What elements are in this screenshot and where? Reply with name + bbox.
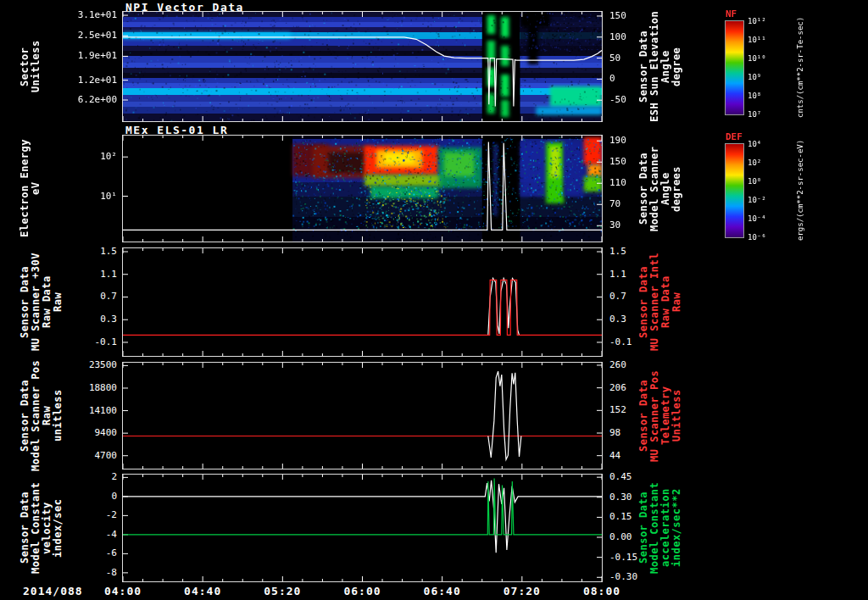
y2-tick-label: -0.1: [609, 337, 632, 347]
axis-title-line: Sector: [19, 12, 30, 121]
y2-tick-label: 0.15: [609, 512, 632, 522]
axis-title-line: Model Scanner Pos: [30, 363, 41, 469]
axis-title-line: unitless: [52, 363, 63, 469]
axis-title-line: Raw: [670, 248, 682, 356]
npi-right-axis-title: Sensor DataESH Sun ElevationAngledegree: [637, 12, 682, 121]
y-tick-label: -0.1: [95, 337, 118, 347]
y-tick-label: 2.5e+01: [78, 31, 117, 41]
colorbar-tick-label: 10¹¹: [748, 36, 766, 44]
y2-tick-label: 50: [609, 53, 620, 64]
colorbar-nf-units: cnts/(cm**2-sr-Te-sec): [796, 17, 804, 117]
y-tick-label: 1.9e+01: [78, 51, 117, 61]
axis-title-line: eV: [30, 136, 41, 242]
y-tick-label: 1.5: [100, 247, 117, 257]
y2-tick-label: 30: [609, 220, 620, 231]
colorbar-tick-label: 10⁷: [748, 110, 761, 119]
els-overlay-plot: [123, 136, 602, 242]
y2-tick-label: 0: [609, 74, 615, 84]
colorbar-tick-label: 10⁻⁴: [748, 214, 766, 223]
axis-title-line: Electron Energy: [19, 136, 30, 242]
npi-left-axis-ticks: 3.1e+012.5e+011.9e+011.2e+016.2e+00: [47, 12, 120, 121]
colorbar-nf-gradient: [726, 21, 743, 114]
axis-title-line: Sensor Data: [637, 363, 648, 469]
colorbar-tick-label: 10⁸: [748, 92, 761, 100]
y2-tick-label: 0.7: [609, 292, 626, 302]
y-tick-label: -6: [106, 548, 117, 558]
y-tick-label: 18800: [89, 383, 117, 393]
axis-title-line: Model Scanner: [648, 136, 659, 242]
y-tick-label: 0: [111, 492, 117, 502]
axis-title-line: MU Scanner Pos: [648, 363, 659, 469]
panel-title-mex-els: MEx ELS-01 LR: [125, 124, 228, 136]
y2-tick-label: -0.30: [609, 572, 637, 582]
scanner-pos-right-axis-title: Sensor DataMU Scanner PosTelemetryUnitle…: [637, 363, 682, 469]
colorbar-def-gradient: [726, 144, 743, 237]
axis-title-line: Model Constant: [648, 475, 659, 581]
esh-sun-elevation-line: [123, 37, 602, 107]
spectrogram-panel-npi: [123, 12, 602, 121]
mu-scanner-pos-telemetry-line: [488, 371, 521, 459]
axis-title-line: Sensor Data: [19, 475, 30, 581]
mu-scanner-plot: [123, 248, 602, 356]
colorbar-tick-label: 10⁻²: [748, 196, 766, 204]
model-constant-velocity-line: [123, 481, 602, 553]
y2-tick-label: 0.00: [609, 532, 632, 542]
axis-title-line: Raw: [52, 248, 63, 356]
y2-tick-label: 0.30: [609, 492, 632, 503]
axis-title-line: MU Scanner +30V: [30, 248, 41, 356]
axis-title-line: Raw Data: [659, 248, 670, 356]
spectrogram-panel-els: [123, 136, 602, 242]
axis-title-line: Angle: [659, 12, 670, 121]
model-constant-acceleration-line: [123, 479, 602, 535]
y2-tick-label: 150: [609, 157, 626, 167]
colorbar-nf-ticks: 10¹²10¹¹10¹⁰10⁹10⁸10⁷: [748, 21, 787, 114]
axis-title-line: Sensor Data: [637, 248, 648, 356]
y-tick-label: 3.1e+01: [78, 10, 117, 20]
npi-left-axis-title: SectorUnitless: [19, 12, 41, 121]
els-right-axis-title: Sensor DataModel ScannerAngledegrees: [637, 136, 682, 242]
y2-tick-label: 0.3: [609, 314, 626, 325]
scanner-pos-left-axis-title: Sensor DataModel Scanner PosRawunitless: [19, 363, 63, 469]
x-tick-label: 08:00: [581, 585, 623, 597]
model-constant-right-axis-title: Sensor DataModel Constantaccelerationind…: [637, 475, 682, 581]
y2-tick-label: 1.1: [609, 269, 626, 280]
colorbar-nf: NF 10¹²10¹¹10¹⁰10⁹10⁸10⁷ cnts/(cm**2-sr-…: [725, 8, 839, 122]
y2-tick-label: 44: [609, 451, 620, 461]
colorbar-tick-label: 10⁰: [748, 177, 761, 186]
time-axis-labels: 04:0004:4005:2006:0006:4007:2008:00: [0, 585, 868, 598]
line-panel-scanner-pos: [123, 363, 602, 469]
axis-title-line: Sensor Data: [19, 363, 30, 469]
mu-scanner-30v-raw-line: [123, 280, 602, 335]
axis-title-line: velocity: [41, 475, 52, 581]
line-panel-mu-scanner: [123, 248, 602, 356]
npi-overlay-plot: [123, 12, 602, 121]
colorbar-tick-label: 10⁴: [748, 140, 761, 148]
axis-title-line: ESH Sun Elevation: [648, 12, 659, 121]
mu-scanner-intl-line: [488, 278, 520, 335]
axis-title-line: degrees: [670, 136, 682, 242]
colorbar-def: DEF 10⁴10²10⁰10⁻²10⁻⁴10⁻⁶ ergs/(cm**2-sr…: [725, 131, 839, 245]
y2-tick-label: 206: [609, 383, 626, 393]
els-left-axis-title: Electron EnergyeV: [19, 136, 41, 242]
axis-title-line: Sensor Data: [637, 475, 648, 581]
mu-scanner-left-axis-title: Sensor DataMU Scanner +30VRaw DataRaw: [19, 248, 63, 356]
y-tick-label: -2: [106, 510, 117, 520]
axis-title-line: Raw Data: [41, 248, 52, 356]
colorbar-def-ticks: 10⁴10²10⁰10⁻²10⁻⁴10⁻⁶: [748, 144, 787, 237]
axis-title-line: Unitless: [30, 12, 41, 121]
x-tick-label: 07:20: [501, 585, 543, 597]
axis-title-line: Angle: [659, 136, 670, 242]
colorbar-def-label: DEF: [726, 131, 743, 142]
y-tick-label: 9400: [95, 428, 118, 438]
x-tick-label: 06:40: [421, 585, 464, 597]
y2-tick-label: -0.15: [609, 553, 637, 563]
date-label: 2014/088: [23, 585, 83, 597]
x-tick-label: 06:00: [342, 585, 384, 597]
axis-title-line: degree: [670, 12, 682, 121]
axis-title-line: Unitless: [670, 363, 682, 469]
y-tick-label: 10¹: [100, 192, 117, 202]
y-tick-label: -8: [106, 568, 117, 578]
y-tick-label: 1.1: [100, 269, 117, 280]
colorbar-tick-label: 10¹⁰: [748, 54, 766, 63]
scanner-pos-plot: [123, 363, 602, 469]
